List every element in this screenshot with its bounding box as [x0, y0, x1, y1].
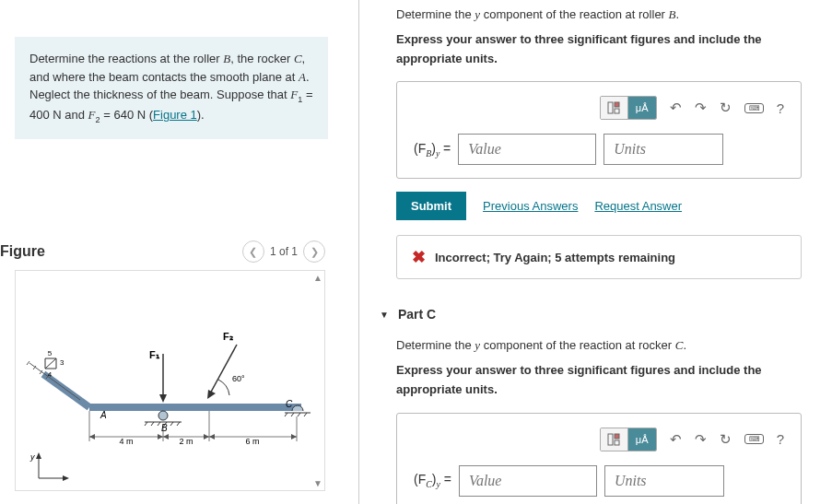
- figure-frame: ▲ ▼ 5 3 4 F₁: [15, 270, 325, 491]
- svg-rect-47: [615, 440, 619, 445]
- partb-variable: (FB)y =: [414, 141, 451, 158]
- svg-text:F₁: F₁: [149, 349, 160, 360]
- svg-text:y: y: [29, 452, 35, 462]
- svg-marker-26: [163, 434, 169, 440]
- partc-header[interactable]: ▼ Part C: [380, 307, 818, 322]
- partb-instruction: Express your answer to three significant…: [396, 30, 818, 69]
- partb-value-input[interactable]: [458, 134, 596, 165]
- svg-rect-44: [615, 109, 619, 113]
- symbol-button[interactable]: μÅ: [628, 97, 656, 119]
- partb-previous-answers-link[interactable]: Previous Answers: [483, 199, 578, 213]
- keyboard-icon[interactable]: ⌨: [744, 103, 764, 113]
- svg-text:5: 5: [48, 349, 53, 357]
- scroll-up-icon[interactable]: ▲: [313, 273, 322, 283]
- text: = 640 N (: [100, 108, 153, 122]
- figure-title: Figure: [0, 243, 45, 260]
- partb-prompt: Determine the y component of the reactio…: [396, 6, 818, 25]
- svg-text:2 m: 2 m: [179, 437, 193, 446]
- template-button[interactable]: [601, 97, 628, 119]
- svg-rect-42: [608, 102, 613, 113]
- svg-rect-46: [615, 434, 619, 439]
- svg-line-13: [209, 345, 237, 395]
- redo-icon[interactable]: ↷: [695, 100, 707, 116]
- format-group: μÅ: [600, 428, 657, 451]
- partb-submit-button[interactable]: Submit: [396, 192, 466, 220]
- figure-link[interactable]: Figure 1: [153, 108, 197, 122]
- caret-down-icon: ▼: [380, 310, 389, 320]
- partc-instruction: Express your answer to three significant…: [396, 361, 818, 400]
- svg-line-1: [43, 374, 89, 407]
- svg-marker-37: [36, 452, 41, 459]
- incorrect-icon: ✖: [412, 247, 426, 267]
- svg-text:4: 4: [48, 370, 53, 379]
- svg-text:B: B: [161, 423, 168, 433]
- svg-text:A: A: [100, 410, 107, 420]
- help-icon[interactable]: ?: [777, 100, 784, 116]
- partc-prompt: Determine the y component of the reactio…: [396, 336, 818, 356]
- svg-text:60°: 60°: [232, 374, 245, 383]
- pager-prev-button[interactable]: ❮: [242, 240, 264, 263]
- svg-marker-27: [204, 434, 209, 440]
- svg-text:6 m: 6 m: [245, 437, 259, 446]
- text: ).: [197, 108, 205, 122]
- svg-text:F₂: F₂: [223, 331, 233, 342]
- template-button[interactable]: [601, 428, 628, 451]
- partb-answer-box: μÅ ↶ ↷ ↻ ⌨ ? (FB)y =: [396, 81, 802, 179]
- undo-icon[interactable]: ↶: [670, 100, 682, 116]
- reset-icon[interactable]: ↻: [720, 431, 732, 448]
- feedback-text: Incorrect; Try Again; 5 attempts remaini…: [435, 251, 675, 264]
- svg-point-7: [158, 411, 168, 420]
- pager-next-button[interactable]: ❯: [303, 240, 325, 263]
- partb-feedback: ✖ Incorrect; Try Again; 5 attempts remai…: [396, 235, 802, 279]
- svg-text:3: 3: [60, 358, 64, 367]
- figure-pager: ❮ 1 of 1 ❯: [242, 240, 325, 263]
- problem-statement: Determine the reactions at the roller B,…: [15, 37, 328, 139]
- svg-line-3: [45, 358, 56, 369]
- svg-marker-31: [291, 434, 297, 440]
- var-a: A: [299, 70, 306, 84]
- svg-marker-23: [158, 434, 163, 440]
- pager-text: 1 of 1: [270, 245, 298, 258]
- partb-units-input[interactable]: [603, 134, 723, 165]
- figure-diagram: 5 3 4 F₁ F₂ 60°: [25, 308, 320, 483]
- symbol-button[interactable]: μÅ: [628, 428, 656, 451]
- svg-marker-11: [159, 394, 167, 403]
- text: , the rocker: [230, 52, 294, 65]
- var-c: C: [294, 52, 302, 65]
- help-icon[interactable]: ?: [777, 431, 784, 447]
- svg-text:4 m: 4 m: [119, 437, 133, 446]
- partc-answer-box: μÅ ↶ ↷ ↻ ⌨ ? (FC)y =: [396, 413, 802, 504]
- var-f2: F: [88, 108, 96, 122]
- partb-request-answer-link[interactable]: Request Answer: [594, 199, 682, 213]
- svg-marker-30: [209, 434, 215, 440]
- keyboard-icon[interactable]: ⌨: [744, 434, 764, 444]
- partc-variable: (FC)y =: [414, 472, 451, 489]
- undo-icon[interactable]: ↶: [670, 431, 682, 448]
- svg-rect-43: [615, 102, 619, 107]
- partc-value-input[interactable]: [459, 465, 597, 497]
- redo-icon[interactable]: ↷: [695, 431, 707, 448]
- format-group: μÅ: [600, 96, 657, 120]
- svg-text:C: C: [286, 399, 293, 409]
- reset-icon[interactable]: ↻: [720, 100, 732, 116]
- text: Determine the reactions at the roller: [29, 52, 223, 65]
- svg-rect-45: [608, 434, 613, 445]
- partc-units-input[interactable]: [604, 465, 724, 497]
- svg-marker-22: [89, 434, 95, 440]
- svg-text:x: x: [63, 480, 68, 483]
